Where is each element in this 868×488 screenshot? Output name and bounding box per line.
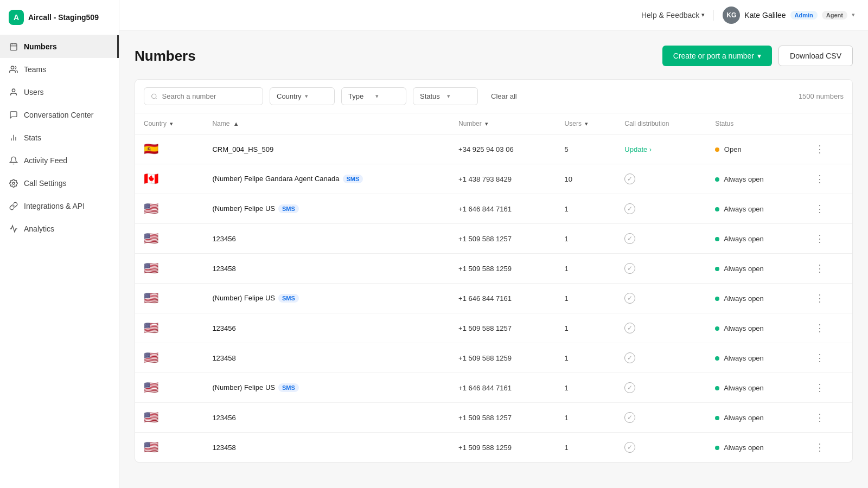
status-label: Open: [724, 145, 742, 153]
header-actions: Create or port a number ▾ Download CSV: [662, 46, 853, 66]
avatar: KG: [723, 7, 740, 24]
cell-users: 5: [556, 134, 616, 164]
cell-number: +1 646 844 7161: [450, 194, 556, 224]
cell-name: 123458: [203, 433, 450, 463]
search-input[interactable]: [162, 92, 256, 100]
cell-distribution: ✓: [616, 164, 706, 194]
svg-rect-0: [10, 44, 17, 50]
number-name: (Number) Felipe US: [212, 204, 275, 213]
update-link[interactable]: Update ›: [624, 145, 698, 153]
user-chevron-icon: ▾: [852, 11, 855, 18]
cell-status: Always open: [706, 343, 803, 373]
clear-all-button[interactable]: Clear all: [484, 88, 524, 105]
cell-country: 🇺🇸: [135, 254, 203, 284]
sort-icon: ▾: [170, 120, 173, 127]
svg-point-10: [152, 94, 156, 98]
status-filter[interactable]: Status ▾: [413, 87, 478, 105]
cell-distribution: ✓: [616, 433, 706, 463]
cell-status: Always open: [706, 284, 803, 313]
more-options-button[interactable]: ⋮: [812, 291, 828, 305]
cell-country: 🇺🇸: [135, 224, 203, 254]
sidebar-nav: Numbers Teams Users Conversation Center …: [0, 35, 119, 240]
more-options-button[interactable]: ⋮: [812, 232, 828, 246]
download-csv-button[interactable]: Download CSV: [778, 46, 853, 66]
settings-icon: [9, 178, 18, 188]
table-row: 🇺🇸 123456 +1 509 588 1257 1 ✓ Always ope…: [135, 313, 852, 343]
table-row: 🇺🇸 123458 +1 509 588 1259 1 ✓ Always ope…: [135, 254, 852, 284]
cell-status: Always open: [706, 224, 803, 254]
cell-status: Always open: [706, 373, 803, 403]
cell-number: +1 509 588 1259: [450, 343, 556, 373]
sidebar-item-users[interactable]: Users: [0, 81, 119, 104]
number-name: 123456: [212, 414, 235, 422]
col-users[interactable]: Users ▾: [556, 113, 616, 134]
more-options-button[interactable]: ⋮: [812, 440, 828, 454]
sidebar-item-analytics[interactable]: Analytics: [0, 217, 119, 240]
sidebar-item-label: Users: [24, 88, 44, 97]
sidebar-item-numbers[interactable]: Numbers: [0, 35, 119, 58]
more-options-button[interactable]: ⋮: [812, 172, 828, 186]
cell-status: Always open: [706, 194, 803, 224]
country-chevron-icon: ▾: [305, 93, 328, 100]
logo-icon: A: [9, 10, 24, 25]
cell-distribution: Update ›: [616, 134, 706, 164]
cell-more: ⋮: [803, 284, 852, 313]
page-header: Numbers Create or port a number ▾ Downlo…: [135, 46, 853, 66]
table-row: 🇺🇸 123456 +1 509 588 1257 1 ✓ Always ope…: [135, 224, 852, 254]
more-options-button[interactable]: ⋮: [812, 142, 828, 156]
table-header-row: Country ▾ Name ▲ Number ▾ Users ▾ Call d…: [135, 113, 852, 134]
page-title: Numbers: [135, 48, 196, 65]
col-country[interactable]: Country ▾: [135, 113, 203, 134]
create-button-chevron-icon: ▾: [757, 52, 761, 60]
table-row: 🇺🇸 123458 +1 509 588 1259 1 ✓ Always ope…: [135, 343, 852, 373]
flag-icon: 🇪🇸: [144, 142, 158, 156]
more-options-button[interactable]: ⋮: [812, 381, 828, 395]
col-number[interactable]: Number ▾: [450, 113, 556, 134]
more-options-button[interactable]: ⋮: [812, 351, 828, 365]
more-options-button[interactable]: ⋮: [812, 261, 828, 275]
flag-icon: 🇨🇦: [144, 172, 158, 185]
sidebar-item-call-settings[interactable]: Call Settings: [0, 172, 119, 195]
status-label: Always open: [724, 205, 764, 213]
check-icon: ✓: [624, 174, 635, 184]
user-menu[interactable]: KG Kate Galilee Admin Agent ▾: [723, 7, 855, 24]
cell-distribution: ✓: [616, 254, 706, 284]
col-name[interactable]: Name ▲: [203, 113, 450, 134]
search-box[interactable]: [144, 87, 263, 105]
cell-more: ⋮: [803, 343, 852, 373]
cell-number: +1 438 793 8429: [450, 164, 556, 194]
sms-badge: SMS: [278, 294, 299, 303]
cell-name: 123456: [203, 224, 450, 254]
sidebar-item-integrations[interactable]: Integrations & API: [0, 195, 119, 217]
status-dot: [715, 207, 719, 211]
check-icon: ✓: [624, 293, 635, 304]
status-label: Always open: [724, 175, 764, 183]
sort-icon: ▾: [585, 120, 588, 127]
table-row: 🇺🇸 (Number) Felipe USSMS +1 646 844 7161…: [135, 194, 852, 224]
cell-distribution: ✓: [616, 284, 706, 313]
more-options-button[interactable]: ⋮: [812, 321, 828, 335]
cell-status: Always open: [706, 433, 803, 463]
sidebar-item-stats[interactable]: Stats: [0, 126, 119, 149]
flag-icon: 🇺🇸: [144, 410, 158, 424]
cell-country: 🇺🇸: [135, 403, 203, 433]
cell-users: 1: [556, 313, 616, 343]
cell-name: 123458: [203, 343, 450, 373]
create-port-number-button[interactable]: Create or port a number ▾: [662, 46, 772, 66]
cell-distribution: ✓: [616, 373, 706, 403]
country-filter[interactable]: Country ▾: [270, 87, 335, 105]
stats-icon: [9, 133, 18, 143]
type-filter[interactable]: Type ▾: [341, 87, 406, 105]
help-feedback-button[interactable]: Help & Feedback ▾: [641, 11, 705, 20]
more-options-button[interactable]: ⋮: [812, 202, 828, 216]
type-filter-label: Type: [348, 92, 372, 100]
flag-icon: 🇺🇸: [144, 261, 158, 275]
sidebar-item-conversation-center[interactable]: Conversation Center: [0, 104, 119, 126]
sidebar-item-teams[interactable]: Teams: [0, 58, 119, 81]
more-options-button[interactable]: ⋮: [812, 410, 828, 425]
col-actions: [803, 113, 852, 134]
sidebar-item-label: Conversation Center: [24, 111, 93, 119]
status-dot: [715, 237, 719, 241]
number-name: (Number) Felipe Gandara Agent Canada: [212, 175, 339, 183]
sidebar-item-activity-feed[interactable]: Activity Feed: [0, 149, 119, 172]
